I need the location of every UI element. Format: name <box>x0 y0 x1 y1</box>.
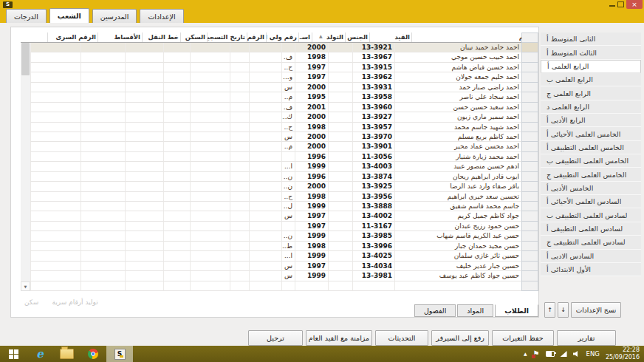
cell-housing[interactable] <box>163 192 190 202</box>
top-tab[interactable]: المدرسين <box>92 9 137 23</box>
class-section-item[interactable]: الرابع العلمى أ <box>541 60 641 73</box>
cell-mother-name[interactable]: ح.. <box>281 192 295 202</box>
cell-registration-date[interactable] <box>190 172 230 182</box>
cell-guardian-phone[interactable] <box>249 242 281 251</box>
row-header-cell[interactable] <box>521 92 538 102</box>
cell-birth-year[interactable]: 1997 <box>295 222 328 231</box>
cell-housing[interactable] <box>163 172 190 182</box>
cell-mother-name[interactable]: س <box>281 271 295 281</box>
cell-registration-date[interactable] <box>190 92 230 102</box>
cell-number[interactable] <box>230 192 249 202</box>
cell-number[interactable] <box>230 132 249 142</box>
maximize-button[interactable] <box>617 0 624 7</box>
cell-installments[interactable] <box>80 251 125 261</box>
cell-number[interactable] <box>230 202 249 211</box>
cell-birth-year[interactable]: 1997 <box>295 262 328 271</box>
cell-gender[interactable] <box>328 132 352 142</box>
cell-number[interactable] <box>230 251 249 261</box>
cell-gender[interactable] <box>328 222 352 231</box>
cell-gender[interactable] <box>328 202 352 211</box>
cell-gender[interactable] <box>328 72 352 82</box>
row-header-cell[interactable] <box>521 211 538 221</box>
cell-birth-year[interactable]: 2000 <box>295 112 328 122</box>
cell-birth-year[interactable]: 1999 <box>295 251 328 261</box>
volume-icon[interactable] <box>573 351 580 358</box>
cell-guardian-phone[interactable] <box>249 83 281 92</box>
cell-installments[interactable] <box>80 192 125 202</box>
cell-secret-number[interactable] <box>30 271 80 281</box>
row-header-cell[interactable] <box>521 132 538 142</box>
cell-secret-number[interactable] <box>30 182 80 191</box>
cell-housing[interactable] <box>163 132 190 142</box>
row-header-cell[interactable] <box>521 63 538 72</box>
row-header-cell[interactable] <box>521 281 538 291</box>
cell-number[interactable] <box>230 63 249 72</box>
grid-column-header[interactable]: خط النقل <box>142 33 180 42</box>
cell-number[interactable] <box>230 231 249 241</box>
cell-mother-name[interactable]: ن.. <box>281 231 295 241</box>
class-section-item[interactable]: الرابع الأدبى أ <box>541 114 641 127</box>
cell-number[interactable] <box>230 43 249 52</box>
cell-secret-number[interactable] <box>30 281 80 291</box>
grid-column-header[interactable]: القيد <box>369 33 411 42</box>
cell-number[interactable] <box>230 72 249 82</box>
class-section-item[interactable]: السادس العلمى الأحيائى أ <box>541 195 641 208</box>
cell-secret-number[interactable] <box>30 251 80 261</box>
cell-gender[interactable] <box>328 162 352 171</box>
class-section-item[interactable]: الخامس الأدبى أ <box>541 182 641 195</box>
cell-secret-number[interactable] <box>30 142 80 151</box>
cell-mother-name[interactable]: س <box>281 132 295 142</box>
row-header-cell[interactable] <box>521 222 538 231</box>
cell-registration[interactable]: 13-3981 <box>352 271 394 281</box>
cell-guardian-phone[interactable] <box>249 152 281 162</box>
cell-guardian-phone[interactable] <box>249 202 281 211</box>
cell-registration-date[interactable] <box>190 103 230 112</box>
cell-name[interactable]: جاسم محمد قاسم شفيق <box>394 202 521 211</box>
cell-registration[interactable]: 13-4025 <box>352 251 394 261</box>
cell-registration-date[interactable] <box>190 211 230 221</box>
cell-gender[interactable] <box>328 242 352 251</box>
cell-name[interactable]: تحسين سعد خيري ابراهيم <box>394 192 521 202</box>
cell-birth-year[interactable]: 1998 <box>295 52 328 62</box>
cell-mother-name[interactable]: ا... <box>281 162 295 171</box>
cell-transport-line[interactable] <box>125 103 163 112</box>
cell-housing[interactable] <box>163 123 190 132</box>
cell-registration-date[interactable] <box>190 242 230 251</box>
cell-housing[interactable] <box>163 182 190 191</box>
cell-installments[interactable] <box>80 103 125 112</box>
cell-registration[interactable]: 13-3915 <box>352 63 394 72</box>
row-header-cell[interactable] <box>521 271 538 281</box>
cell-installments[interactable] <box>80 83 125 92</box>
class-section-item[interactable]: الثالث المتوسط أ <box>541 46 641 59</box>
cell-gender[interactable] <box>328 231 352 241</box>
cell-registration-date[interactable] <box>190 72 230 82</box>
cell-number[interactable] <box>230 162 249 171</box>
cell-installments[interactable] <box>80 271 125 281</box>
cell-transport-line[interactable] <box>125 271 163 281</box>
cell-installments[interactable] <box>80 92 125 102</box>
cell-name[interactable]: ايوب قادر ابراهيم ريحان <box>394 172 521 182</box>
cell-guardian-phone[interactable] <box>249 63 281 72</box>
cell-mother-name[interactable]: ن.. <box>281 172 295 182</box>
bottom-tab[interactable]: الفصول <box>414 304 456 317</box>
cell-number[interactable] <box>230 83 249 92</box>
cell-installments[interactable] <box>80 281 125 291</box>
cell-secret-number[interactable] <box>30 72 80 82</box>
row-header-cell[interactable] <box>521 103 538 112</box>
cell-registration[interactable]: 13-3960 <box>352 103 394 112</box>
cell-installments[interactable] <box>80 162 125 171</box>
cell-birth-year[interactable]: 2000 <box>295 43 328 52</box>
class-section-item[interactable]: الخامس العلمى الأحيائى أ <box>541 127 641 140</box>
cell-name[interactable]: احمد محمد زيارة شنيار <box>394 152 521 162</box>
cell-gender[interactable] <box>328 83 352 92</box>
cell-mother-name[interactable] <box>281 222 295 231</box>
taskbar-active-app-button[interactable]: S <box>106 346 133 362</box>
cell-registration[interactable]: 13-4003 <box>352 162 394 171</box>
cell-secret-number[interactable] <box>30 132 80 142</box>
cell-gender[interactable] <box>328 182 352 191</box>
cell-name[interactable]: احمد حليم جمعه جولان <box>394 72 521 82</box>
bottom-tab[interactable]: المواد <box>457 304 493 317</box>
reports-button[interactable]: تقارير <box>557 330 616 346</box>
cell-registration[interactable]: 13-3985 <box>352 231 394 241</box>
row-header-cell[interactable] <box>521 172 538 182</box>
